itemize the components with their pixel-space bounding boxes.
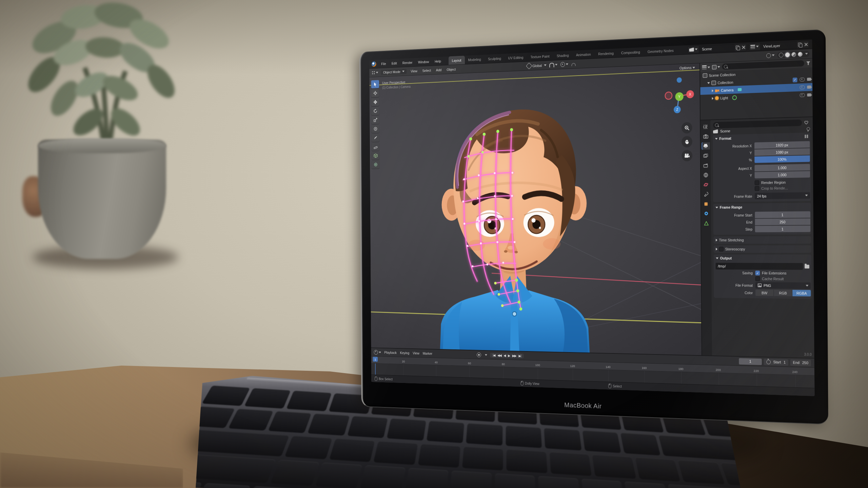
stereoscopy-header[interactable]: Stereoscopy [713, 245, 811, 253]
mode-selector[interactable]: Object Mode [381, 69, 407, 75]
resolution-y-field[interactable]: 1080 px [754, 148, 810, 156]
menu-help[interactable]: Help [432, 58, 443, 64]
shading-wireframe-icon[interactable] [779, 53, 784, 58]
tab-animation[interactable]: Animation [572, 49, 594, 59]
tab-output[interactable] [702, 142, 710, 150]
hide-eye-icon[interactable] [800, 85, 805, 89]
folder-icon[interactable] [805, 265, 809, 268]
stereoscopy-checkbox[interactable] [719, 247, 724, 251]
disable-render-icon[interactable] [807, 93, 811, 96]
aspect-x-field[interactable]: 1.000 [754, 164, 810, 171]
falloff-button[interactable] [571, 62, 576, 66]
file-extensions-checkbox[interactable]: ✓ [755, 271, 760, 276]
resolution-x-field[interactable]: 1920 px [754, 141, 810, 149]
crop-checkbox[interactable] [755, 186, 760, 191]
3d-viewport[interactable]: User Perspective (1) Collection | Camera… [370, 63, 702, 355]
shading-solid-icon[interactable] [785, 52, 790, 57]
output-panel-header[interactable]: Output [714, 255, 811, 262]
tab-constraints[interactable] [702, 190, 710, 198]
collection-checkbox[interactable]: ✓ [793, 77, 797, 82]
format-panel-header[interactable]: Format [713, 133, 810, 142]
tab-uv-editing[interactable]: UV Editing [505, 53, 527, 62]
output-path-field[interactable]: /tmp/ [715, 263, 803, 270]
menu-add[interactable]: Add [435, 67, 443, 73]
tab-physics[interactable] [702, 181, 710, 188]
tab-rendering[interactable]: Rendering [594, 48, 617, 58]
expand-icon[interactable] [712, 97, 714, 100]
frame-rate-dropdown[interactable]: 24 fps [755, 192, 810, 199]
play-button[interactable]: ▶ [507, 354, 511, 358]
filter-icon[interactable] [804, 120, 810, 125]
render-region-checkbox[interactable] [755, 180, 760, 185]
tab-scene[interactable] [702, 162, 710, 169]
gizmos-toggle[interactable] [766, 53, 774, 58]
tab-geometry-nodes[interactable]: Geometry Nodes [644, 46, 677, 56]
frame-start-field[interactable]: 1 [755, 211, 810, 218]
scene-name[interactable]: Scene [699, 44, 735, 53]
tab-world[interactable] [702, 171, 710, 179]
tab-shading[interactable]: Shading [553, 50, 572, 60]
transform-orientation[interactable]: Global [527, 63, 547, 68]
tab-texture-paint[interactable]: Texture Paint [527, 52, 553, 61]
tool-scale[interactable] [371, 116, 379, 124]
frame-step-field[interactable]: 1 [755, 226, 811, 232]
proportional-editing[interactable] [560, 62, 568, 67]
tool-select-box[interactable] [371, 80, 379, 88]
play-reverse-button[interactable]: ◀ [503, 353, 507, 357]
tool-move[interactable] [371, 98, 379, 106]
hide-eye-icon[interactable] [800, 93, 805, 97]
disable-render-icon[interactable] [807, 78, 811, 81]
filter-icon[interactable] [806, 61, 810, 65]
time-stretching-header[interactable]: Time Stretching [713, 236, 811, 244]
tool-add-cube[interactable] [372, 151, 380, 160]
outliner-display-mode[interactable] [702, 65, 710, 69]
tool-cursor[interactable] [371, 89, 379, 98]
shading-material-icon[interactable] [791, 52, 796, 57]
frame-start-field[interactable]: Start1 [764, 359, 788, 366]
pin-icon[interactable] [807, 127, 810, 130]
menu-render[interactable]: Render [400, 59, 415, 65]
menu-view[interactable]: View [413, 351, 419, 355]
color-rgba-button[interactable]: RGBA [792, 290, 811, 297]
navigation-gizmo[interactable]: Y X Z [664, 77, 695, 117]
file-format-dropdown[interactable]: PNG [755, 282, 811, 289]
snap-toggle[interactable] [549, 62, 557, 67]
tab-tool[interactable] [701, 123, 710, 130]
tool-rotate[interactable] [371, 107, 379, 115]
viewlayer-selector[interactable]: ViewLayer [749, 40, 809, 50]
tab-data[interactable] [702, 220, 710, 227]
tab-view-layer[interactable] [702, 152, 710, 159]
expand-icon[interactable] [707, 82, 710, 84]
tab-render[interactable] [702, 133, 710, 140]
next-keyframe-button[interactable]: ▶▶ [511, 354, 517, 358]
new-viewlayer-icon[interactable] [797, 42, 803, 47]
tab-modeling[interactable]: Modeling [465, 55, 484, 64]
viewlayer-name[interactable]: ViewLayer [760, 41, 797, 50]
playhead[interactable]: 1 [373, 357, 378, 362]
tool-annotate[interactable] [371, 134, 379, 142]
jump-to-start-button[interactable]: |◀ [492, 353, 496, 357]
tab-layout[interactable]: Layout [448, 56, 465, 65]
menu-keying[interactable]: Keying [400, 351, 410, 355]
disable-render-icon[interactable] [807, 85, 811, 88]
tab-modifiers[interactable] [702, 210, 710, 217]
hide-eye-icon[interactable] [800, 78, 805, 82]
tool-extras[interactable] [372, 161, 380, 169]
color-rgb-button[interactable]: RGB [774, 290, 792, 296]
frame-end-field[interactable]: End250 [790, 359, 811, 366]
menu-object[interactable]: Object [446, 66, 457, 72]
tool-measure[interactable] [372, 143, 380, 151]
new-scene-icon[interactable] [735, 45, 741, 50]
timeline-editor-type[interactable] [374, 350, 381, 354]
frame-end-field[interactable]: 250 [755, 218, 810, 225]
auto-keying-toggle[interactable] [477, 352, 481, 357]
cache-result-checkbox[interactable] [755, 277, 760, 281]
blender-logo-icon[interactable] [372, 61, 376, 67]
menu-playback[interactable]: Playback [384, 350, 396, 354]
tab-object[interactable] [702, 200, 710, 208]
menu-view[interactable]: View [410, 68, 418, 74]
resolution-percent-slider[interactable]: 100% [754, 155, 810, 163]
tab-sculpting[interactable]: Sculpting [485, 54, 505, 63]
unlink-scene-icon[interactable] [741, 44, 746, 50]
options-dropdown[interactable]: Options [679, 65, 695, 70]
